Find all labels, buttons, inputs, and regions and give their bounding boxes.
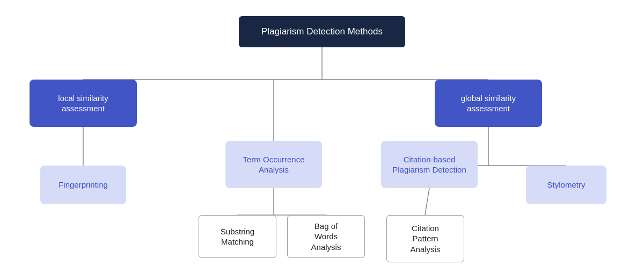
diagram: Plagiarism Detection Methods local simil… [0,0,644,279]
term-label: Term OccurrenceAnalysis [243,154,304,175]
local-label: local similarityassessment [58,93,108,114]
global-label: global similarityassessment [461,93,516,114]
substring-label: SubstringMatching [221,226,254,247]
citation-based-node: Citation-basedPlagiarism Detection [381,141,478,188]
stylometry-node: Stylometry [526,166,606,204]
citation-pattern-label: CitationPatternAnalysis [411,223,441,255]
svg-line-11 [425,188,429,215]
global-similarity-node: global similarityassessment [435,80,542,127]
fingerprinting-label: Fingerprinting [58,180,108,190]
fingerprinting-node: Fingerprinting [40,166,126,204]
citation-based-label: Citation-basedPlagiarism Detection [392,154,466,175]
bagofwords-node: Bag ofWordsAnalysis [287,215,365,258]
bagofwords-label: Bag ofWordsAnalysis [311,221,341,253]
term-occurrence-node: Term OccurrenceAnalysis [225,141,322,188]
local-similarity-node: local similarityassessment [30,80,137,127]
substring-matching-node: SubstringMatching [199,215,276,258]
citation-pattern-node: CitationPatternAnalysis [386,215,464,262]
root-label: Plagiarism Detection Methods [261,26,383,38]
root-node: Plagiarism Detection Methods [239,16,405,47]
stylometry-label: Stylometry [547,180,586,190]
